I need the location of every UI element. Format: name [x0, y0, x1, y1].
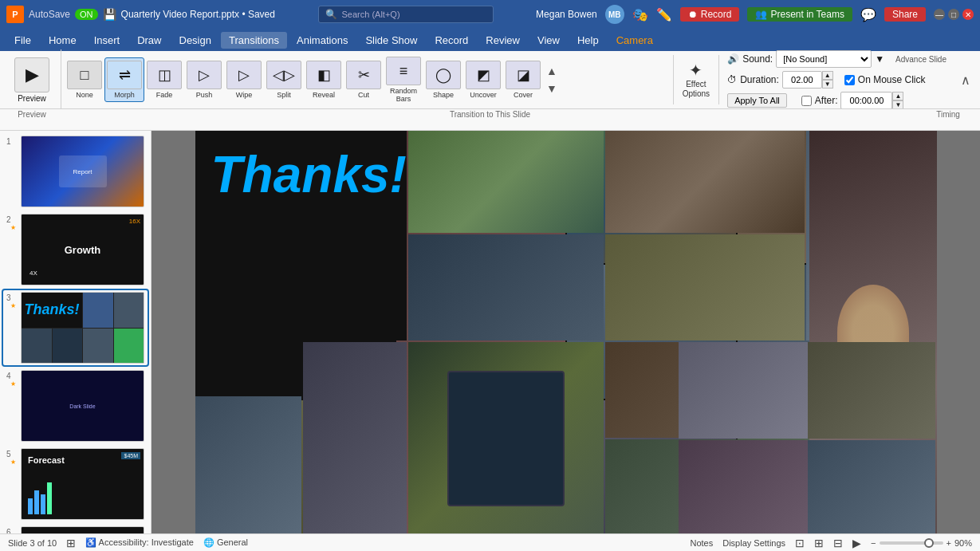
- zoom-out-button[interactable]: −: [871, 538, 876, 548]
- cut-icon: ✂: [358, 66, 370, 84]
- zoom-slider[interactable]: [880, 541, 943, 545]
- photo-face-large: [396, 131, 565, 533]
- menu-file[interactable]: File: [6, 32, 39, 49]
- transition-cover[interactable]: ◪ Cover: [503, 58, 543, 101]
- slide-star-4: ★: [10, 380, 16, 388]
- notes-button[interactable]: Notes: [690, 538, 713, 548]
- view-reading-icon[interactable]: ⊟: [833, 537, 843, 549]
- menu-record[interactable]: Record: [427, 32, 476, 49]
- menu-design[interactable]: Design: [171, 32, 219, 49]
- photo-person-laptop: [738, 265, 937, 399]
- menu-slideshow[interactable]: Slide Show: [357, 32, 425, 49]
- apply-to-all-button[interactable]: Apply To All: [727, 93, 787, 108]
- transition-reveal[interactable]: ◧ Reveal: [304, 58, 344, 101]
- on-mouse-click-item: On Mouse Click: [844, 74, 926, 85]
- after-up-button[interactable]: ▲: [892, 92, 903, 100]
- user-avatar[interactable]: MB: [605, 5, 624, 24]
- transition-fade[interactable]: ◫ Fade: [144, 58, 184, 101]
- transition-group-label: Transition to This Slide: [64, 110, 916, 119]
- sound-select[interactable]: [No Sound]: [776, 50, 872, 68]
- close-button[interactable]: ✕: [962, 9, 974, 20]
- menu-camera[interactable]: Camera: [608, 32, 661, 49]
- language-indicator: 🌐 General: [203, 537, 248, 548]
- photo-team-meeting: [195, 400, 395, 534]
- on-mouse-click-checkbox[interactable]: [844, 75, 855, 85]
- search-box[interactable]: 🔍 Search (Alt+Q): [318, 6, 494, 23]
- doc-title: Quarterly Video Report.pptx • Saved: [121, 9, 275, 20]
- share-button[interactable]: Share: [884, 7, 926, 22]
- scroll-down-button[interactable]: ▼: [545, 81, 559, 96]
- save-icon[interactable]: 💾: [103, 8, 116, 21]
- after-checkbox[interactable]: [801, 96, 812, 106]
- present-button[interactable]: 👥 Present in Teams: [747, 7, 852, 22]
- after-input[interactable]: [840, 92, 892, 109]
- wipe-label: Wipe: [236, 91, 253, 99]
- photo-inner-4: [738, 265, 937, 399]
- thanks-text: Thanks!: [211, 145, 395, 200]
- zoom-in-button[interactable]: +: [947, 538, 951, 548]
- zoom-thumb: [924, 538, 934, 548]
- transition-push[interactable]: ▷ Push: [184, 58, 224, 101]
- transition-none[interactable]: □ None: [65, 58, 104, 101]
- slide3-thanks-text: Thanks!: [24, 301, 79, 318]
- duration-up-button[interactable]: ▲: [822, 71, 833, 80]
- slide-star-2: ★: [10, 224, 16, 231]
- menu-review[interactable]: Review: [478, 32, 528, 49]
- cut-label: Cut: [358, 91, 369, 99]
- duration-down-button[interactable]: ▼: [822, 80, 833, 89]
- transition-cut[interactable]: ✂ Cut: [344, 58, 384, 101]
- minimize-button[interactable]: —: [934, 9, 945, 20]
- maximize-button[interactable]: □: [948, 9, 959, 20]
- push-label: Push: [196, 91, 213, 99]
- transition-random-bars[interactable]: ≡ Random Bars: [384, 54, 423, 105]
- slide-img-3: Thanks!: [21, 292, 144, 364]
- slide-thumb-1[interactable]: 1 Report: [3, 134, 148, 209]
- menu-insert[interactable]: Insert: [86, 32, 128, 49]
- slide-num-5: 5: [6, 450, 19, 459]
- duration-row: ⏱ Duration: ▲ ▼ On Mouse Click: [727, 71, 947, 89]
- duration-input[interactable]: [782, 71, 822, 89]
- menu-draw[interactable]: Draw: [129, 32, 169, 49]
- slide-img-4: Dark Slide: [21, 370, 144, 442]
- view-slide-sorter-icon[interactable]: ⊞: [814, 537, 824, 549]
- scroll-up-button[interactable]: ▲: [545, 63, 559, 79]
- menu-transitions[interactable]: Transitions: [221, 32, 287, 49]
- autosave-toggle[interactable]: ON: [75, 9, 98, 20]
- window-controls: — □ ✕: [934, 9, 974, 20]
- accessibility-label[interactable]: ♿ Accessibility: Investigate: [85, 537, 194, 548]
- transition-split[interactable]: ◁▷ Split: [264, 58, 304, 101]
- menu-animations[interactable]: Animations: [289, 32, 356, 49]
- view-normal-icon[interactable]: ⊡: [795, 537, 805, 549]
- slide-thumb-3[interactable]: 3 ★ Thanks!: [3, 290, 148, 365]
- menu-home[interactable]: Home: [41, 32, 85, 49]
- ribbon-top: ▶ Preview □ None ⇌ Morph ◫ Fade ▷: [0, 51, 980, 108]
- display-settings-button[interactable]: Display Settings: [722, 538, 785, 548]
- preview-button[interactable]: ▶ Preview: [10, 53, 54, 108]
- sound-icon: 🔊: [727, 53, 739, 65]
- view-slideshow-icon[interactable]: ▶: [852, 537, 861, 549]
- slide3-c4: [53, 329, 83, 364]
- ribbon-icon[interactable]: 🎭: [632, 7, 648, 22]
- slide-layout-icon[interactable]: ⊞: [66, 537, 76, 549]
- fade-thumb: ◫: [147, 61, 182, 89]
- ribbon-collapse-button[interactable]: ∧: [958, 73, 974, 88]
- menu-view[interactable]: View: [529, 32, 568, 49]
- effect-options-button[interactable]: ✦ EffectOptions: [680, 58, 712, 101]
- menu-help[interactable]: Help: [569, 32, 607, 49]
- morph-thumb: ⇌: [107, 61, 142, 89]
- pen-icon[interactable]: ✏️: [656, 7, 672, 22]
- slide-thumb-6[interactable]: 6 Review: [3, 525, 148, 533]
- transition-morph[interactable]: ⇌ Morph: [104, 57, 144, 102]
- transition-wipe[interactable]: ▷ Wipe: [224, 58, 264, 101]
- record-button[interactable]: ⏺ Record: [680, 7, 740, 22]
- transition-shape[interactable]: ◯ Shape: [423, 58, 463, 101]
- slide4-content: Dark Slide: [22, 371, 144, 441]
- photo-desk-person: [567, 400, 736, 534]
- slide2-badge: 16X: [129, 218, 140, 225]
- slide-thumb-2[interactable]: 2 ★ Growth 16X 4X: [3, 212, 148, 287]
- slide-thumb-4[interactable]: 4 ★ Dark Slide: [3, 368, 148, 443]
- transition-uncover[interactable]: ◩ Uncover: [463, 58, 503, 101]
- ppt-logo: P: [6, 6, 24, 23]
- slide-thumb-5[interactable]: 5 ★ Forecast $45M: [3, 447, 148, 521]
- comments-icon[interactable]: 💬: [860, 7, 876, 22]
